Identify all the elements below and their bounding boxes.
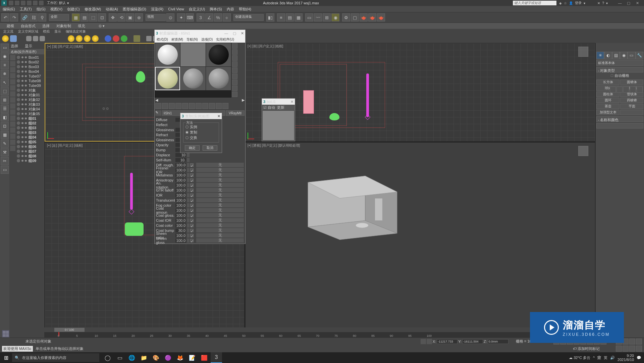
section-object-type[interactable]: - 对象类型 bbox=[596, 67, 643, 72]
menu-content[interactable]: 内容 bbox=[227, 7, 234, 12]
layer-button[interactable]: ▤ bbox=[286, 13, 294, 21]
spinner-icon[interactable] bbox=[187, 198, 190, 202]
diamond-icon[interactable]: ◈ bbox=[559, 1, 562, 5]
taskview-icon[interactable]: ◯ bbox=[102, 352, 113, 363]
new-icon[interactable] bbox=[9, 1, 13, 5]
spinner-icon[interactable] bbox=[187, 173, 190, 177]
primitive-button[interactable]: 圆环 bbox=[596, 98, 620, 103]
param-value-input[interactable]: 10 bbox=[175, 153, 186, 157]
rp-corner-2[interactable] bbox=[616, 87, 623, 93]
blueball-icon[interactable] bbox=[105, 35, 111, 42]
param-value-input[interactable]: 100.0 bbox=[175, 193, 186, 197]
param-map-button[interactable]: 无 bbox=[196, 178, 244, 182]
param-checkbox[interactable]: ✓ bbox=[190, 163, 194, 167]
unlink-button[interactable]: ⛓ bbox=[30, 13, 38, 21]
placement-button[interactable]: ⊕ bbox=[135, 13, 143, 21]
coord-z-input[interactable] bbox=[488, 339, 508, 344]
menu-tools[interactable]: 工具(T) bbox=[20, 7, 32, 12]
param-map-button[interactable]: 无 bbox=[196, 238, 244, 243]
menu-create[interactable]: 创建(C) bbox=[67, 7, 79, 12]
ls-b-icon[interactable]: ⊞ bbox=[1, 96, 9, 104]
copy-dialog-titlebar[interactable]: 3 复制(实例)贴图 ✕ bbox=[180, 113, 222, 119]
param-map-button[interactable]: 无 bbox=[196, 163, 244, 167]
angle-snap-button[interactable]: ∠ bbox=[205, 13, 213, 21]
se-filter-2[interactable] bbox=[10, 61, 15, 66]
nav-max-button[interactable] bbox=[636, 339, 642, 345]
notes-icon[interactable]: 📝 bbox=[186, 352, 198, 363]
open-icon[interactable] bbox=[15, 1, 19, 5]
spinner-snap-button[interactable]: ⟐ bbox=[223, 13, 231, 21]
spinner-icon[interactable] bbox=[187, 163, 190, 167]
scene-item[interactable]: 组03 bbox=[16, 130, 44, 135]
me-close-icon[interactable]: ✕ bbox=[241, 31, 244, 36]
me-tb-7[interactable] bbox=[196, 103, 202, 109]
window-crossing-button[interactable]: ⊡ bbox=[98, 13, 106, 21]
tab-hierarchy-icon[interactable]: ▤ bbox=[612, 52, 620, 59]
addtime-label[interactable]: 🏷 添加时间标记 bbox=[573, 346, 600, 351]
me-side-2[interactable] bbox=[232, 49, 237, 55]
se-filter-11[interactable] bbox=[10, 115, 15, 121]
spinner-icon[interactable] bbox=[187, 188, 190, 192]
param-checkbox[interactable]: ✓ bbox=[190, 168, 194, 172]
rp-corner-4[interactable] bbox=[630, 87, 636, 93]
se-filter-6[interactable] bbox=[10, 85, 15, 91]
me-tb-4[interactable] bbox=[175, 103, 181, 109]
mat-slot-4[interactable] bbox=[155, 67, 180, 90]
ribbon-selection[interactable]: 选择 bbox=[42, 23, 50, 29]
tab-create-icon[interactable]: ✳ bbox=[596, 52, 604, 59]
param-value-input[interactable]: 100.0 bbox=[175, 198, 186, 202]
menu-customize[interactable]: 自定义(U) bbox=[189, 7, 205, 12]
param-value-input[interactable]: 100.0 bbox=[175, 168, 186, 172]
me-menu-nav[interactable]: 导航(N) bbox=[186, 37, 198, 42]
param-checkbox[interactable]: ✓ bbox=[190, 209, 194, 212]
pivot-button[interactable]: ⊙ bbox=[166, 13, 174, 21]
select-name-button[interactable]: ▤ bbox=[80, 13, 89, 21]
param-map-button[interactable]: 无 bbox=[196, 203, 244, 207]
me-side-7[interactable] bbox=[232, 80, 237, 85]
param-value-input[interactable]: 100.0 bbox=[175, 203, 186, 207]
param-value-input[interactable]: 100.0 bbox=[175, 183, 186, 187]
spinner-icon[interactable] bbox=[187, 208, 190, 212]
param-map-button[interactable]: 无 bbox=[196, 213, 244, 217]
scene-item[interactable]: 对象04 bbox=[16, 107, 44, 111]
select-object-button[interactable]: ▦ bbox=[72, 13, 80, 21]
primitive-button[interactable]: 长方体 bbox=[596, 80, 620, 85]
selection-filter-dropdown[interactable]: 全部 bbox=[49, 14, 69, 21]
ribbon-modeling[interactable]: 建模 bbox=[7, 23, 14, 29]
spinner-icon[interactable] bbox=[187, 239, 190, 243]
scene-item[interactable]: 组02 bbox=[16, 121, 44, 125]
app2-icon[interactable]: 🟣 bbox=[162, 352, 174, 363]
menu-render[interactable]: 渲染(R) bbox=[151, 7, 163, 12]
se-filter-15[interactable] bbox=[10, 140, 15, 145]
ime-indicator[interactable]: 英 bbox=[604, 355, 607, 360]
se-sort-header[interactable]: 名称(按升序排序) bbox=[9, 49, 44, 54]
nav2-1[interactable] bbox=[616, 346, 622, 352]
scene-item[interactable]: 组04 bbox=[16, 135, 44, 140]
ls-a-icon[interactable]: ⬚ bbox=[1, 87, 9, 95]
render-setup-button[interactable]: ⚙ bbox=[342, 13, 350, 21]
close-button[interactable]: ✕ bbox=[635, 1, 639, 5]
scene-item[interactable]: Box01 bbox=[16, 55, 44, 60]
snap-toggle-button[interactable]: 3 bbox=[197, 13, 205, 21]
ls-g-icon[interactable]: ✎ bbox=[1, 140, 9, 148]
refcoord-dropdown[interactable]: 视图 bbox=[146, 14, 166, 21]
primitive-button[interactable]: 圆锥体 bbox=[620, 80, 643, 85]
star-icon[interactable]: ☆ bbox=[564, 1, 567, 5]
me-side-6[interactable] bbox=[232, 73, 237, 79]
primitive-button[interactable]: 加强型文本 bbox=[596, 110, 620, 115]
se-filter-3[interactable] bbox=[10, 67, 15, 72]
primitive-button[interactable]: 茶壶 bbox=[596, 104, 620, 109]
nav2-3[interactable] bbox=[629, 346, 635, 352]
cloud-icon[interactable] bbox=[10, 35, 17, 42]
scene-item[interactable]: 组03 bbox=[16, 125, 44, 130]
boli-auto-checkbox[interactable]: ☑ 自动 bbox=[263, 105, 275, 110]
se-filter-14[interactable] bbox=[10, 134, 15, 139]
undo-button[interactable]: ↶ bbox=[1, 13, 9, 21]
scene-item[interactable]: Box03 bbox=[16, 64, 44, 69]
project-icon[interactable] bbox=[39, 1, 44, 5]
param-value-input[interactable]: 100.0 bbox=[175, 208, 186, 212]
material-type-button[interactable]: VRayMtl bbox=[226, 110, 245, 116]
tray-volume-icon[interactable]: 🔊 bbox=[610, 356, 615, 360]
ls-h-icon[interactable]: ⚒ bbox=[1, 148, 9, 156]
me-side-1[interactable] bbox=[232, 43, 237, 49]
